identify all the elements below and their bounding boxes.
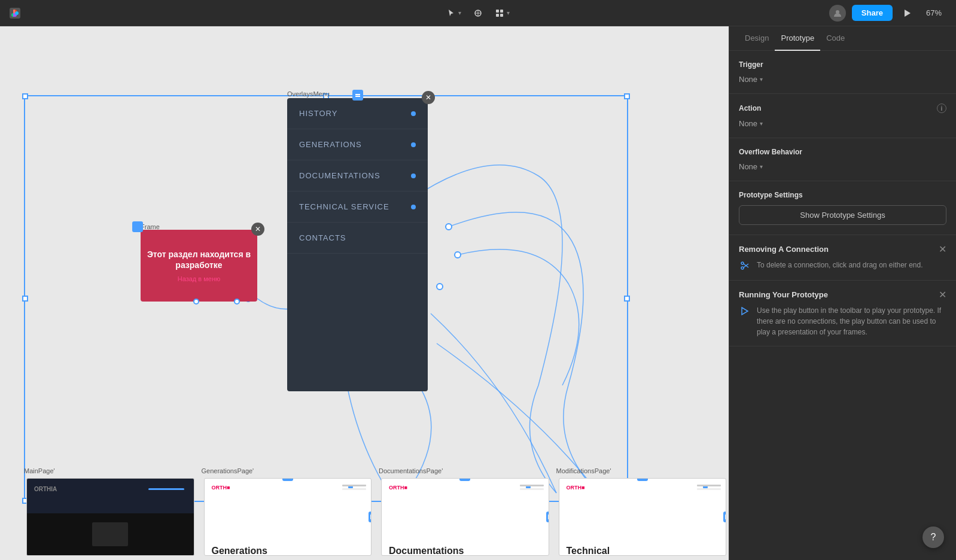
svg-rect-6 [500,14,503,17]
documentations-heading: Documentations [389,546,541,556]
modifications-heading: Technical [567,546,719,556]
tab-code[interactable]: Code [820,26,851,51]
bottom-frame-mainpage[interactable]: ▶ ORTHIA [26,478,194,556]
documentations-side-handle[interactable] [546,512,549,522]
svg-rect-15 [355,94,360,95]
frame-red-close-btn[interactable]: ✕ [251,223,264,236]
running-prototype-text: Use the play button in the toolbar to pl… [757,305,946,337]
conn-dot-bottom-left[interactable] [193,299,199,305]
svg-rect-5 [496,14,499,17]
running-prototype-title: Running Your Prototype [739,290,828,299]
bottom-frame-generations-wrapper: GenerationsPage' ORTH■ Generations [202,467,375,554]
bottom-frame-modifications[interactable]: ORTH■ Technical [559,478,727,556]
bottom-frame-modifications-wrapper: ModificationsPage' ORTH■ Technical [556,467,729,554]
removing-connection-body: To delete a connection, click and drag o… [739,260,946,272]
svg-marker-8 [905,10,911,17]
generations-content: Generations [209,492,367,556]
modifications-page-label: ModificationsPage' [556,467,611,474]
svg-point-11 [455,252,461,258]
conn-dot-bottom-right[interactable] [234,299,240,305]
help-fab-button[interactable]: ? [922,526,944,548]
documentations-page-label: DocumentationsPage' [379,467,443,474]
overflow-dropdown[interactable]: None ▾ [739,162,946,171]
move-tool-btn[interactable]: ▾ [443,6,465,20]
sel-handle-tl[interactable] [22,93,28,99]
generations-top-handle[interactable] [282,478,293,481]
trigger-section: Trigger None ▾ [729,51,956,94]
action-section: Action i None ▾ [729,94,956,138]
svg-rect-4 [500,10,503,13]
play-triangle-icon [739,305,751,317]
running-prototype-section: Running Your Prototype ✕ Use the play bu… [729,281,956,346]
menu-item-generations[interactable]: GENERATIONS [287,129,428,160]
bottom-frame-mainpage-wrapper: MainPage' ▶ ORTHIA [24,467,197,554]
sel-handle-mr[interactable] [624,296,630,302]
running-prototype-body: Use the play button in the toolbar to pl… [739,305,946,337]
main-page-label: MainPage' [24,467,55,474]
svg-rect-19 [370,515,372,519]
svg-point-10 [446,224,452,230]
documentations-top-handle[interactable] [459,478,470,481]
menu-item-contacts[interactable]: CONTACTS [287,223,428,254]
frame-red-title: Этот раздел находится в разработке [141,249,257,270]
modifications-top-handle[interactable] [637,478,648,481]
figma-logo [10,8,20,19]
running-prototype-close[interactable]: ✕ [939,289,946,300]
action-info-icon[interactable]: i [937,104,946,113]
overflow-chevron: ▾ [760,163,763,170]
overlays-menu-frame[interactable]: ✕ HISTORY GENERATIONS DOCUMENTATIONS TEC… [287,98,428,391]
action-chevron: ▾ [760,120,763,127]
topbar: ▾ ▾ Share 67% [0,0,956,26]
scissors-icon [739,260,751,272]
overlays-menu-label: OverlaysMenu [287,90,330,98]
topbar-left [10,8,20,19]
menu-item-history[interactable]: HISTORY [287,98,428,129]
action-dropdown[interactable]: None ▾ [739,119,946,128]
grid-tool-btn[interactable]: ▾ [491,6,513,20]
svg-marker-33 [742,308,748,315]
menu-item-documentations[interactable]: DOCUMENTATIONS [287,160,428,191]
theme-toggle-btn[interactable] [470,6,486,20]
play-button[interactable] [899,6,915,20]
overlays-menu-close-btn[interactable]: ✕ [422,91,435,104]
overflow-title: Overflow Behavior [739,148,946,156]
svg-point-12 [437,284,443,290]
sel-handle-tr[interactable] [624,93,630,99]
tab-prototype[interactable]: Prototype [775,26,820,51]
bottom-frame-documentations-wrapper: DocumentationsPage' ORTH■ Documentations [379,467,552,554]
frame-red-link[interactable]: Назад в меню [178,275,220,282]
topbar-center: ▾ ▾ [443,6,513,20]
share-button[interactable]: Share [852,5,893,21]
zoom-control[interactable]: 67% [921,6,946,20]
svg-point-1 [15,11,19,15]
generations-side-handle[interactable] [369,512,372,522]
overlays-menu-top-handle[interactable] [352,90,363,101]
generations-page-label: GenerationsPage' [202,467,254,474]
modifications-side-handle[interactable] [723,512,726,522]
action-title: Action i [739,104,946,113]
documentations-content: Documentations [386,492,544,556]
overflow-section: Overflow Behavior None ▾ [729,138,956,181]
bottom-frame-generations[interactable]: ORTH■ Generations [204,478,372,556]
removing-connection-close[interactable]: ✕ [939,244,946,255]
sel-handle-ml[interactable] [22,296,28,302]
panel-tabs: Design Prototype Code [729,26,956,51]
bottom-frame-documentations[interactable]: ORTH■ Documentations [381,478,549,556]
avatar [829,5,846,22]
svg-rect-23 [548,515,549,519]
removing-connection-section: Removing A Connection ✕ To delete a conn… [729,235,956,281]
bottom-frames: MainPage' ▶ ORTHIA GenerationsPage' [24,467,729,560]
running-prototype-header: Running Your Prototype ✕ [739,289,946,300]
show-prototype-settings-button[interactable]: Show Prototype Settings [739,205,946,225]
menu-item-technical[interactable]: TECHNICAL SERVICE [287,191,428,223]
frame-red-top-handle[interactable] [132,221,143,232]
trigger-dropdown[interactable]: None ▾ [739,75,946,84]
frame-red[interactable]: ✕ Этот раздел находится в разработке Наз… [141,230,257,302]
right-panel: Design Prototype Code Trigger None ▾ Act… [729,26,956,560]
topbar-right: Share 67% [829,5,946,22]
removing-connection-title: Removing A Connection [739,245,829,254]
tab-design[interactable]: Design [739,26,775,51]
canvas-area[interactable]: OverlaysMenu ✕ HISTORY GENERATIONS DOCUM… [0,26,729,560]
svg-rect-3 [496,10,499,13]
overflow-value: None [739,162,757,171]
